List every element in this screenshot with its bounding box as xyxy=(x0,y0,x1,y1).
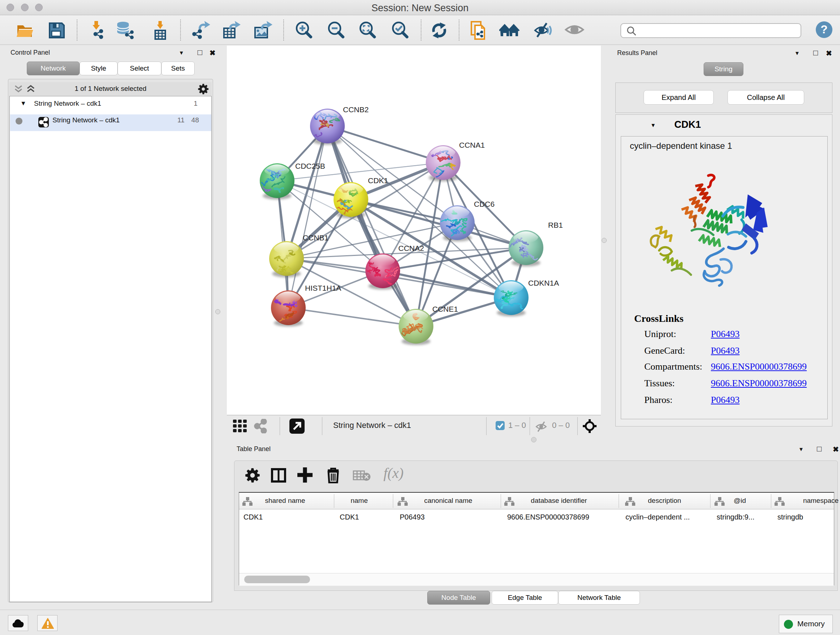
svg-text:CCNE1: CCNE1 xyxy=(432,305,458,313)
svg-text:CDKN1A: CDKN1A xyxy=(528,279,559,287)
svg-text:CCNA2: CCNA2 xyxy=(398,244,424,252)
svg-text:CDK1: CDK1 xyxy=(368,176,388,185)
svg-text:CCNB1: CCNB1 xyxy=(303,233,328,242)
svg-text:RB1: RB1 xyxy=(548,221,563,229)
svg-text:?: ? xyxy=(821,23,828,36)
svg-text:CDC25B: CDC25B xyxy=(295,162,325,170)
svg-text:HIST1H1A: HIST1H1A xyxy=(305,284,341,292)
svg-text:CDC6: CDC6 xyxy=(474,200,494,208)
svg-text:CCNA1: CCNA1 xyxy=(459,141,485,149)
svg-text:CCNB2: CCNB2 xyxy=(343,105,369,114)
